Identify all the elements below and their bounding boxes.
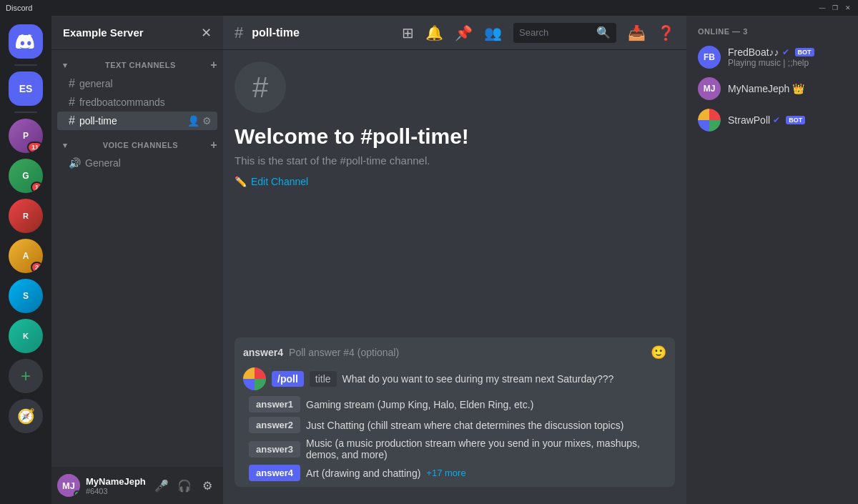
- server-divider-2: [14, 112, 37, 113]
- answer-text-1: Gaming stream (Jump King, Halo, Elden Ri…: [306, 399, 533, 410]
- titlebar-title: Discord: [6, 4, 32, 12]
- crown-icon-mynamejeph: 👑: [792, 83, 804, 94]
- members-icon[interactable]: 👥: [484, 24, 502, 41]
- chat-area: # Welcome to #poll-time! This is the sta…: [223, 50, 686, 337]
- voice-channels-category[interactable]: ▾ VOICE CHANNELS +: [51, 136, 223, 154]
- server-name-header[interactable]: Example Server ✕: [51, 16, 223, 50]
- strawpoll-avatar-pie: [243, 367, 266, 390]
- member-status-fredboat: Playing music | ;;help: [728, 58, 847, 68]
- channel-voice-general[interactable]: 🔊 General: [57, 154, 217, 172]
- poll-command: /poll: [272, 371, 304, 387]
- text-channels-category[interactable]: ▾ TEXT CHANNELS +: [51, 56, 223, 74]
- threads-icon[interactable]: ⊞: [402, 24, 414, 41]
- server-icon-notif6[interactable]: K: [9, 319, 43, 353]
- emoji-button[interactable]: 🙂: [651, 345, 666, 360]
- answer-label-row: answer4 Poll answer #4 (optional) 🙂: [243, 343, 666, 362]
- edit-channel-button[interactable]: ✏️ Edit Channel: [235, 176, 308, 187]
- server-name: Example Server: [63, 26, 144, 39]
- notification-bell-icon[interactable]: 🔔: [425, 24, 443, 41]
- hash-icon: #: [69, 96, 75, 109]
- search-input[interactable]: [519, 27, 592, 38]
- inbox-icon[interactable]: 📥: [628, 24, 646, 41]
- answer-text-4: Art (drawing and chatting): [306, 468, 420, 479]
- member-info-fredboat: FredBoat♪♪ ✔ BOT Playing music | ;;help: [728, 46, 847, 68]
- server-icon-discord[interactable]: [9, 24, 43, 59]
- hash-icon: #: [69, 114, 75, 127]
- help-icon[interactable]: ❓: [657, 24, 675, 41]
- answer-placeholder-text: Poll answer #4 (optional): [289, 347, 399, 358]
- server-icon-es[interactable]: ES: [9, 71, 43, 106]
- user-info: MyNameJeph #6403: [86, 476, 146, 495]
- title-label: title: [310, 371, 337, 387]
- more-answers-link[interactable]: +17 more: [426, 468, 465, 478]
- chevron-down-icon: ✕: [201, 25, 212, 41]
- member-name-strawpoll: StrawPoll: [728, 114, 770, 126]
- pin-icon[interactable]: 📌: [455, 24, 473, 41]
- microphone-button[interactable]: 🎤: [152, 475, 172, 495]
- header-icons: ⊞ 🔔 📌 👥 🔍 📥 ❓: [402, 23, 675, 43]
- settings-icon[interactable]: ⚙: [202, 115, 212, 127]
- member-name-row-strawpoll: StrawPoll ✔ BOT: [728, 114, 847, 126]
- text-channels-label: TEXT CHANNELS: [105, 61, 176, 69]
- voice-channels-label: VOICE CHANNELS: [103, 141, 178, 149]
- bot-badge-fredboat: BOT: [795, 48, 814, 56]
- discover-servers-button[interactable]: 🧭: [9, 399, 43, 433]
- username: MyNameJeph: [86, 476, 146, 487]
- member-name-fredboat: FredBoat♪♪: [728, 46, 779, 58]
- server-icon-notif4[interactable]: A 2: [9, 239, 43, 273]
- search-bar[interactable]: 🔍: [513, 23, 616, 43]
- text-channels-section: ▾ TEXT CHANNELS + # general # fredboatco…: [51, 56, 223, 130]
- add-voice-channel-icon[interactable]: +: [210, 139, 217, 152]
- answer-text-3: Music (a music production stream where y…: [306, 438, 666, 460]
- user-status-dot: [74, 490, 80, 497]
- channel-header-name: poll-time: [252, 26, 300, 39]
- user-avatar: MJ: [57, 474, 80, 497]
- edit-channel-label: Edit Channel: [251, 176, 308, 187]
- answer-tag-2: answer2: [249, 417, 300, 433]
- titlebar: Discord — ❐ ✕: [0, 0, 858, 16]
- app: ES P 11 G 1 R A 2 S K + 🧭 Example Serve: [0, 16, 858, 504]
- channel-poll-time[interactable]: # poll-time 👤 ⚙: [57, 112, 217, 130]
- user-settings-button[interactable]: ⚙: [197, 475, 217, 495]
- channel-general[interactable]: # general: [57, 74, 217, 93]
- member-strawpoll[interactable]: StrawPoll ✔ BOT: [692, 104, 852, 136]
- channel-header-hash-icon: #: [235, 24, 243, 42]
- answer-tag-1: answer1: [249, 396, 300, 412]
- member-mynamejeph[interactable]: MJ MyNameJeph 👑: [692, 73, 852, 104]
- close-button[interactable]: ✕: [844, 4, 852, 12]
- members-panel: ONLINE — 3 FB FredBoat♪♪ ✔ BOT Playing m…: [686, 16, 858, 504]
- answer-tag-3: answer3: [249, 441, 300, 458]
- server-icon-notif5[interactable]: S: [9, 279, 43, 313]
- poll-answer-row-4: answer4 Art (drawing and chatting) +17 m…: [249, 465, 666, 481]
- titlebar-controls: — ❐ ✕: [818, 4, 852, 12]
- channel-fredboatcommands[interactable]: # fredboatcommands: [57, 93, 217, 112]
- sidebar: Example Server ✕ ▾ TEXT CHANNELS + # gen…: [51, 16, 223, 504]
- member-fredboat[interactable]: FB FredBoat♪♪ ✔ BOT Playing music | ;;he…: [692, 41, 852, 73]
- server-icon-notif2[interactable]: G 1: [9, 159, 43, 193]
- minimize-button[interactable]: —: [818, 4, 827, 12]
- server-list: ES P 11 G 1 R A 2 S K + 🧭: [0, 16, 51, 504]
- welcome-subtitle: This is the start of the #poll-time chan…: [235, 154, 675, 167]
- poll-command-row: /poll title What do you want to see duri…: [243, 367, 666, 390]
- search-icon: 🔍: [596, 26, 611, 39]
- member-name-mynamejeph: MyNameJeph: [728, 83, 789, 94]
- poll-answer-row-1: answer1 Gaming stream (Jump King, Halo, …: [249, 396, 666, 412]
- member-name-row-mynamejeph: MyNameJeph 👑: [728, 83, 847, 94]
- invite-icon[interactable]: 👤: [187, 115, 199, 127]
- user-discriminator: #6403: [86, 487, 146, 495]
- add-channel-icon[interactable]: +: [210, 59, 217, 71]
- strawpoll-avatar-pie-members: [698, 109, 721, 132]
- message-input-bar: answer4 Poll answer #4 (optional) 🙂 /pol…: [235, 337, 675, 487]
- server-icon-notif3[interactable]: R: [9, 199, 43, 233]
- server-divider: [14, 64, 37, 66]
- welcome-title: Welcome to #poll-time!: [235, 124, 675, 149]
- add-server-button[interactable]: +: [9, 359, 43, 393]
- server-initials: ES: [19, 83, 33, 94]
- answer-label: answer4: [243, 347, 283, 358]
- member-avatar-mynamejeph: MJ: [698, 77, 721, 100]
- headphones-button[interactable]: 🎧: [174, 475, 194, 495]
- server-icon-notif1[interactable]: P 11: [9, 119, 43, 153]
- chevron-icon: ▾: [63, 61, 68, 70]
- strawpoll-avatar: [243, 367, 266, 390]
- restore-button[interactable]: ❐: [831, 4, 839, 12]
